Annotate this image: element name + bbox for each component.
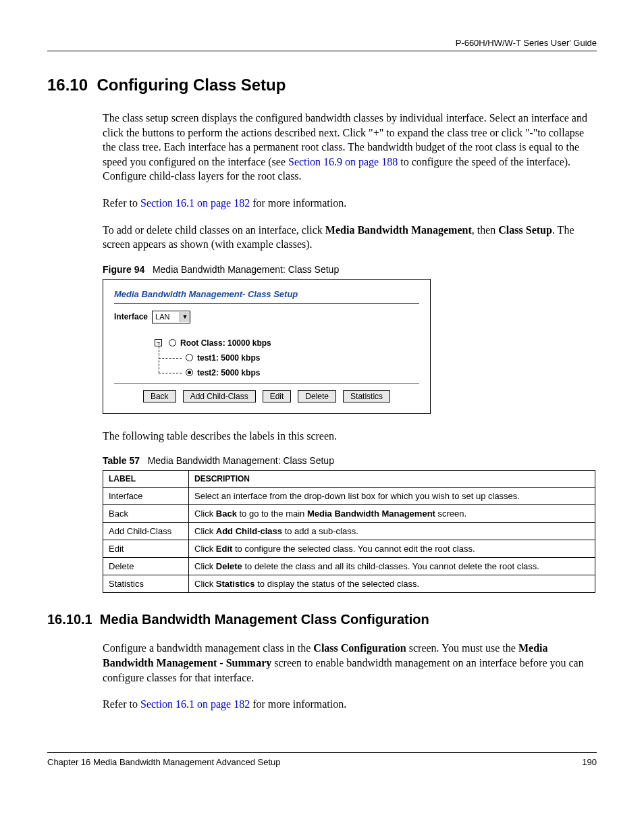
table-row: Delete Click Delete to delete the class … — [103, 558, 595, 575]
edit-button[interactable]: Edit — [263, 390, 292, 402]
subsection-number: 16.10.1 — [47, 612, 92, 627]
add-child-class-button[interactable]: Add Child-Class — [183, 390, 256, 402]
tree-child1-label: test1: 5000 kbps — [197, 353, 260, 363]
description-table: LABEL DESCRIPTION Interface Select an in… — [103, 470, 595, 593]
section-paragraph-1: The class setup screen displays the conf… — [103, 111, 597, 184]
tree-root-label: Root Class: 10000 kbps — [180, 338, 271, 348]
tree-child2-label: test2: 5000 kbps — [197, 368, 260, 377]
class-tree: − Root Class: 10000 kbps test1: 5000 kbp… — [155, 336, 419, 380]
radio-test2[interactable] — [186, 369, 193, 376]
section-paragraph-3: To add or delete child classes on an int… — [103, 223, 597, 252]
tree-children: test1: 5000 kbps test2: 5000 kbps — [159, 350, 419, 380]
divider — [114, 383, 419, 384]
delete-button[interactable]: Delete — [298, 390, 336, 402]
table-cell-label: Interface — [103, 488, 189, 505]
table-row: Statistics Click Statistics to display t… — [103, 575, 595, 593]
table-row: Interface Select an interface from the d… — [103, 488, 595, 505]
tree-root-row[interactable]: − Root Class: 10000 kbps — [155, 336, 419, 350]
statistics-button[interactable]: Statistics — [343, 390, 390, 402]
table-cell-desc: Select an interface from the drop-down l… — [189, 488, 595, 505]
table-cell-label: Back — [103, 505, 189, 523]
section-title-text: Configuring Class Setup — [97, 76, 286, 94]
after-figure-text: The following table describes the labels… — [103, 429, 597, 444]
table-row: Edit Click Edit to configure the selecte… — [103, 540, 595, 558]
divider — [114, 303, 419, 304]
table-cell-desc: Click Edit to configure the selected cla… — [189, 540, 595, 558]
table-cell-label: Add Child-Class — [103, 523, 189, 540]
table-cell-desc: Click Add Child-class to add a sub-class… — [189, 523, 595, 540]
interface-row: Interface LAN ▼ — [114, 311, 419, 323]
subsection-paragraph-1: Configure a bandwidth management class i… — [103, 641, 597, 685]
back-button[interactable]: Back — [143, 390, 176, 402]
section-paragraph-2: Refer to Section 16.1 on page 182 for mo… — [103, 196, 597, 211]
interface-select-value: LAN — [153, 313, 180, 321]
interface-select[interactable]: LAN ▼ — [152, 311, 190, 323]
table-caption: Table 57 Media Bandwidth Management: Cla… — [103, 455, 597, 466]
table-cell-desc: Click Back to go to the main Media Bandw… — [189, 505, 595, 523]
link-section-16-9[interactable]: Section 16.9 on page 188 — [288, 156, 398, 167]
section-number: 16.10 — [47, 76, 88, 94]
button-row: Back Add Child-Class Edit Delete Statist… — [114, 390, 419, 402]
page-header: P-660H/HW/W-T Series User' Guide — [47, 38, 597, 51]
section-heading: 16.10 Configuring Class Setup — [47, 76, 597, 95]
page-footer: Chapter 16 Media Bandwidth Management Ad… — [47, 752, 597, 767]
link-section-16-1-b[interactable]: Section 16.1 on page 182 — [140, 698, 250, 710]
subsection-heading: 16.10.1 Media Bandwidth Management Class… — [47, 612, 597, 627]
radio-test1[interactable] — [186, 354, 193, 361]
subsection-paragraph-2: Refer to Section 16.1 on page 182 for mo… — [103, 697, 597, 712]
chevron-down-icon: ▼ — [180, 312, 190, 322]
table-row: Add Child-Class Click Add Child-class to… — [103, 523, 595, 540]
table-cell-label: Delete — [103, 558, 189, 575]
link-section-16-1-a[interactable]: Section 16.1 on page 182 — [140, 197, 250, 209]
footer-page-number: 190 — [582, 757, 597, 767]
table-cell-desc: Click Delete to delete the class and all… — [189, 558, 595, 575]
table-cell-label: Edit — [103, 540, 189, 558]
table-cell-label: Statistics — [103, 575, 189, 593]
footer-chapter: Chapter 16 Media Bandwidth Management Ad… — [47, 757, 280, 767]
tree-child-row[interactable]: test1: 5000 kbps — [186, 350, 419, 365]
figure-screenshot: Media Bandwidth Management- Class Setup … — [103, 279, 431, 414]
subsection-title-text: Media Bandwidth Management Class Configu… — [100, 612, 429, 627]
radio-root[interactable] — [169, 339, 176, 346]
panel-title: Media Bandwidth Management- Class Setup — [114, 289, 419, 299]
table-row: Back Click Back to go to the main Media … — [103, 505, 595, 523]
interface-label: Interface — [114, 312, 148, 321]
table-header-description: DESCRIPTION — [189, 471, 595, 488]
table-header-row: LABEL DESCRIPTION — [103, 471, 595, 488]
table-cell-desc: Click Statistics to display the status o… — [189, 575, 595, 593]
tree-child-row[interactable]: test2: 5000 kbps — [186, 365, 419, 380]
table-header-label: LABEL — [103, 471, 189, 488]
figure-caption: Figure 94 Media Bandwidth Management: Cl… — [103, 264, 597, 275]
